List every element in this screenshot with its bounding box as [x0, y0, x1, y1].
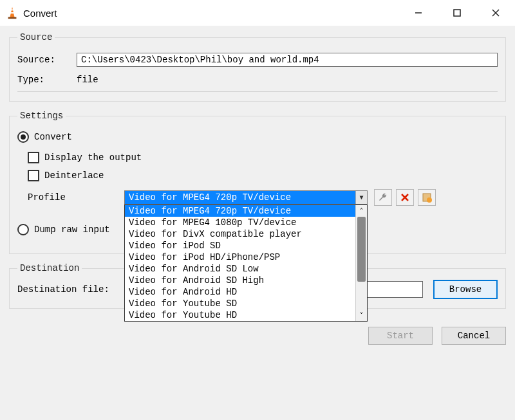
- maximize-button[interactable]: [438, 0, 476, 26]
- cancel-button[interactable]: Cancel: [442, 327, 506, 345]
- delete-profile-button[interactable]: [396, 189, 414, 206]
- destination-file-label: Destination file:: [17, 284, 133, 295]
- dump-raw-label: Dump raw input: [34, 224, 110, 235]
- profile-selected: Video for MPEG4 720p TV/device: [125, 191, 355, 204]
- dropdown-scrollbar[interactable]: ˄ ˅: [355, 205, 367, 321]
- x-icon: [400, 193, 409, 202]
- profile-label: Profile: [28, 192, 124, 203]
- divider: [17, 91, 498, 92]
- profile-option[interactable]: Video for iPod SD: [125, 240, 355, 251]
- checkbox-icon: [28, 152, 39, 163]
- deinterlace-checkbox[interactable]: Deinterlace: [28, 170, 498, 181]
- source-legend: Source: [17, 32, 55, 42]
- vlc-cone-icon: [5, 6, 19, 20]
- deinterlace-label: Deinterlace: [44, 170, 104, 181]
- titlebar: Convert: [0, 0, 515, 26]
- new-profile-icon: [422, 192, 432, 203]
- svg-point-10: [427, 197, 432, 203]
- svg-rect-2: [8, 17, 17, 19]
- profile-combobox[interactable]: Video for MPEG4 720p TV/device ▼: [124, 190, 368, 205]
- start-button[interactable]: Start: [368, 327, 433, 345]
- convert-label: Convert: [34, 132, 72, 142]
- profile-dropdown-list[interactable]: Video for MPEG4 720p TV/deviceVideo for …: [124, 205, 368, 322]
- checkbox-icon: [28, 170, 39, 181]
- destination-legend: Destination: [17, 263, 82, 273]
- display-output-checkbox[interactable]: Display the output: [28, 152, 498, 163]
- radio-unchecked-icon: [17, 224, 29, 235]
- display-output-label: Display the output: [44, 152, 142, 163]
- svg-rect-4: [454, 10, 460, 16]
- scrollbar-thumb[interactable]: [357, 217, 366, 282]
- profile-option[interactable]: Video for Youtube HD: [125, 309, 355, 321]
- convert-radio[interactable]: Convert: [17, 131, 498, 143]
- settings-legend: Settings: [17, 111, 66, 121]
- window-title: Convert: [23, 8, 57, 19]
- scroll-up-icon[interactable]: ˄: [356, 205, 367, 217]
- type-label: Type:: [17, 75, 77, 85]
- profile-option[interactable]: Video for MPEG4 720p TV/device: [125, 205, 355, 217]
- profile-option[interactable]: Video for MPEG4 1080p TV/device: [125, 217, 355, 228]
- edit-profile-button[interactable]: [374, 189, 392, 206]
- chevron-down-icon: ▼: [355, 191, 367, 204]
- profile-option[interactable]: Video for Android HD: [125, 286, 355, 298]
- profile-option[interactable]: Video for Android SD Low: [125, 263, 355, 275]
- radio-checked-icon: [17, 131, 29, 143]
- scroll-down-icon[interactable]: ˅: [356, 309, 367, 321]
- wrench-icon: [378, 192, 388, 203]
- profile-option[interactable]: Video for Android SD High: [125, 275, 355, 286]
- source-label: Source:: [17, 55, 77, 65]
- close-button[interactable]: [476, 0, 515, 26]
- browse-button[interactable]: Browse: [433, 280, 498, 299]
- source-input[interactable]: [77, 53, 498, 67]
- svg-rect-1: [10, 12, 14, 14]
- source-group: Source Source: Type: file: [9, 32, 506, 102]
- new-profile-button[interactable]: [418, 189, 436, 206]
- type-value: file: [77, 75, 98, 85]
- profile-option[interactable]: Video for Youtube SD: [125, 298, 355, 309]
- profile-option[interactable]: Video for DivX compatible player: [125, 228, 355, 240]
- svg-rect-0: [11, 10, 14, 11]
- profile-option[interactable]: Video for iPod HD/iPhone/PSP: [125, 251, 355, 263]
- minimize-button[interactable]: [399, 0, 438, 26]
